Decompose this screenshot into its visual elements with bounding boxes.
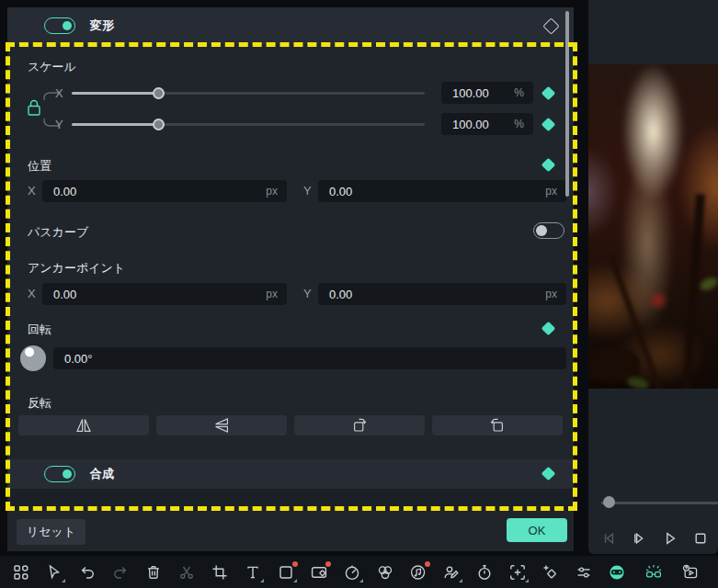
position-y-unit: px (545, 185, 557, 198)
dropdown-corner (62, 579, 65, 582)
seek-thumb[interactable] (603, 496, 615, 508)
blend-icon[interactable] (375, 562, 395, 582)
dropdown-corner (359, 579, 363, 582)
dropdown-corner (459, 579, 462, 582)
flip-horizontal-button[interactable] (18, 415, 149, 435)
playback-controls (600, 529, 710, 548)
scale-x-value-field[interactable]: 100.00 % (441, 82, 533, 104)
video-keyframe-icon[interactable] (309, 562, 329, 582)
anchor-y-unit: px (545, 288, 557, 300)
transform-body: スケール X 100.00 % Y (7, 44, 574, 511)
add-keyframe-icon[interactable] (541, 562, 561, 582)
scale-y-value: 100.00 (452, 118, 514, 131)
undo-icon[interactable] (77, 562, 97, 582)
tutorial-video-icon[interactable] (680, 562, 701, 582)
dropdown-corner (260, 579, 264, 582)
toolbar-right-group (607, 562, 717, 582)
slider-thumb[interactable] (153, 119, 165, 130)
redo-icon[interactable] (110, 562, 131, 582)
rotation-keyframe-icon[interactable] (541, 322, 556, 336)
notification-dot (292, 561, 298, 567)
stop-button[interactable] (691, 529, 710, 548)
path-curve-toggle[interactable] (533, 222, 564, 239)
anchor-y-axis-label: Y (303, 287, 312, 300)
media-layout-icon[interactable] (11, 562, 31, 582)
dropdown-corner (525, 579, 529, 582)
keyframe-outline-icon[interactable] (542, 17, 559, 34)
slider-fill (72, 123, 159, 126)
transform-toggle[interactable] (44, 17, 75, 34)
notification-dot (425, 561, 430, 567)
flip-label: 反転 (28, 395, 51, 412)
transform-title: 変形 (90, 17, 114, 34)
text-icon[interactable] (243, 562, 263, 582)
position-y-axis-label: Y (303, 184, 312, 198)
rotate-right-button[interactable] (294, 415, 425, 435)
anchor-y-field[interactable]: 0.00 px (318, 283, 566, 305)
flip-button-row (18, 415, 563, 435)
speed-icon[interactable] (342, 562, 362, 582)
composite-header: 合成 (7, 459, 574, 489)
bottom-toolbar (0, 556, 718, 588)
scale-x-unit: % (514, 86, 524, 99)
slider-thumb[interactable] (153, 87, 165, 99)
delete-icon[interactable] (143, 562, 164, 582)
ai-assistant-icon[interactable] (607, 562, 627, 582)
scale-x-keyframe-icon[interactable] (541, 86, 556, 101)
composite-keyframe-icon[interactable] (541, 467, 556, 481)
flip-vertical-button[interactable] (156, 415, 287, 435)
seek-bar[interactable] (601, 502, 718, 504)
composite-body (7, 489, 574, 511)
scale-x-value: 100.00 (452, 86, 514, 100)
crop-icon[interactable] (210, 562, 230, 582)
avatar-edit-icon[interactable] (441, 562, 462, 582)
scale-y-axis-label: Y (55, 118, 63, 131)
scale-x-slider[interactable] (72, 86, 425, 99)
position-x-unit: px (266, 185, 278, 198)
auto-reframe-icon[interactable] (507, 562, 528, 582)
lock-icon (28, 101, 40, 116)
position-y-field[interactable]: 0.00 px (318, 180, 566, 202)
video-preview (588, 64, 718, 389)
preview-panel (588, 0, 718, 554)
anchor-y-value: 0.00 (329, 288, 545, 301)
rotation-dial[interactable] (20, 345, 46, 371)
position-y-value: 0.00 (329, 185, 545, 198)
step-forward-button[interactable] (631, 529, 649, 548)
dropdown-corner (293, 579, 297, 582)
position-x-field[interactable]: 0.00 px (42, 180, 287, 202)
scale-y-value-field[interactable]: 100.00 % (441, 113, 533, 135)
notification-dot (325, 561, 331, 567)
reset-button[interactable]: リセット (17, 519, 85, 545)
scale-y-unit: % (514, 118, 524, 130)
rotation-value-field[interactable]: 0.00° (53, 347, 566, 369)
previous-frame-button[interactable] (600, 529, 619, 548)
timer-icon[interactable] (474, 562, 495, 582)
scale-y-keyframe-icon[interactable] (541, 118, 556, 132)
slider-fill (72, 92, 159, 95)
position-x-value: 0.00 (53, 185, 266, 198)
scale-y-slider[interactable] (72, 118, 425, 130)
split-scissors-icon[interactable] (177, 562, 197, 582)
adjustment-icon[interactable] (574, 562, 594, 582)
path-curve-label: パスカーブ (28, 224, 88, 241)
anchor-point-label: アンカーポイント (28, 260, 125, 277)
panel-scrollbar[interactable] (565, 11, 569, 197)
select-cursor-icon[interactable] (44, 562, 64, 582)
anchor-x-field[interactable]: 0.00 px (42, 283, 287, 305)
position-x-axis-label: X (28, 184, 36, 198)
smart-cut-icon[interactable] (644, 562, 664, 582)
toggle-knob (63, 21, 72, 30)
anchor-x-axis-label: X (28, 287, 36, 300)
position-keyframe-icon[interactable] (541, 158, 556, 173)
mask-icon[interactable] (276, 562, 296, 582)
composite-toggle[interactable] (44, 466, 75, 482)
anchor-x-value: 0.00 (53, 288, 266, 301)
rotate-left-button[interactable] (432, 415, 563, 435)
ok-button[interactable]: OK (507, 518, 567, 542)
toolbar-left-group (11, 562, 607, 582)
ai-audio-icon[interactable] (408, 562, 428, 582)
rotation-value: 0.00° (64, 352, 566, 366)
play-button[interactable] (661, 529, 679, 548)
composite-title: 合成 (90, 466, 114, 482)
